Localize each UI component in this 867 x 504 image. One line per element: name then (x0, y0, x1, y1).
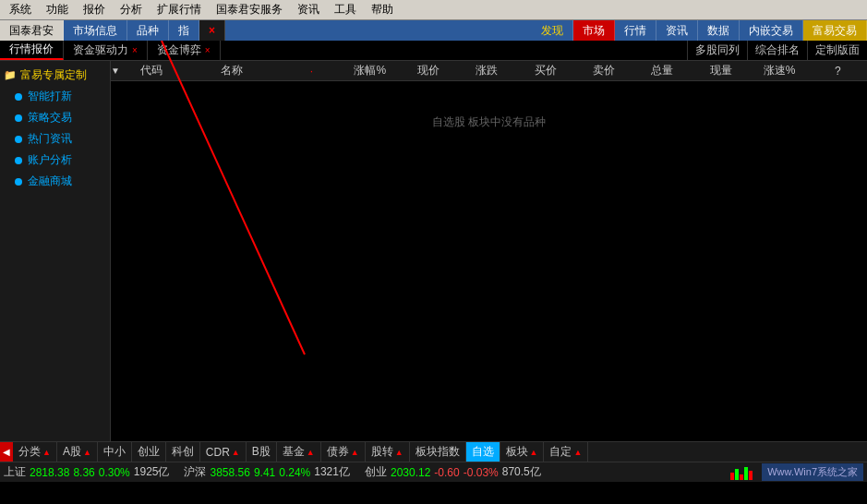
btab-a-share[interactable]: A股 ▲ (57, 442, 98, 462)
status-cy-vol: 870.5亿 (502, 464, 541, 480)
nav-market[interactable]: 市场 (573, 20, 615, 41)
btab-mid-small[interactable]: 中小 (98, 442, 132, 462)
nav-fuyi-trade[interactable]: 富易交易 (803, 20, 867, 41)
tab-close-game[interactable]: × (205, 45, 211, 55)
btab-arrow-7: ▲ (307, 448, 315, 457)
status-cy-label: 创业 (365, 464, 387, 480)
btab-b-share[interactable]: B股 (247, 442, 277, 462)
menu-item-extend[interactable]: 扩展行情 (150, 0, 209, 19)
menu-item-tools[interactable]: 工具 (327, 0, 364, 19)
nav-guotai[interactable]: 国泰君安 (0, 20, 64, 41)
status-sh-changepct: 0.30% (99, 466, 130, 479)
nav-discover[interactable]: 发现 (532, 20, 573, 41)
sidebar-item-label-0: 智能打新 (28, 89, 72, 104)
th-total-vol: 总量 (633, 63, 692, 78)
nav-data[interactable]: 数据 (698, 20, 740, 41)
status-sh-vol: 1925亿 (134, 464, 170, 480)
btab-category[interactable]: 分类 ▲ (13, 442, 57, 462)
btab-arrow-1: ▲ (83, 448, 91, 457)
status-hs-value: 3858.56 (210, 466, 249, 479)
sidebar-item-label-2: 热门资讯 (28, 131, 72, 147)
btab-block[interactable]: 板块 ▲ (500, 442, 545, 462)
inner-tab-row: 行情报价 资金驱动力 × 资金博弈 × 多股同列 综合排名 定制版面 (0, 41, 867, 61)
scroll-left-arrow[interactable]: ◀ (0, 442, 13, 462)
dot-icon (15, 136, 22, 143)
btab-fund[interactable]: 基金 ▲ (277, 442, 321, 462)
empty-state: 自选股 板块中没有品种 (111, 81, 867, 441)
menu-item-system[interactable]: 系统 (2, 0, 39, 19)
menu-item-service[interactable]: 国泰君安服务 (209, 0, 290, 19)
btab-arrow-13: ▲ (573, 448, 582, 457)
btab-self-select[interactable]: 自选 (466, 442, 500, 462)
top-nav-right: 发现 市场 行情 资讯 数据 内嵌交易 富易交易 (532, 20, 867, 41)
nav-market-info[interactable]: 市场信息 (64, 20, 127, 41)
status-sh-value: 2818.38 (30, 466, 69, 479)
nav-indicator[interactable]: 指 (169, 20, 199, 41)
empty-message: 自选股 板块中没有品种 (432, 114, 546, 130)
sidebar-header-fuyi[interactable]: 📁 富易专属定制 (0, 65, 110, 86)
sidebar-item-smart-new[interactable]: 智能打新 (0, 86, 110, 107)
th-price: 现价 (399, 63, 457, 78)
btab-arrow-12: ▲ (530, 448, 538, 457)
sidebar-item-label-1: 策略交易 (28, 110, 72, 126)
sidebar-item-strategy[interactable]: 策略交易 (0, 107, 110, 128)
nav-close-x[interactable]: × (199, 20, 225, 41)
status-chuangye: 创业 2030.12 -0.60 -0.03% 870.5亿 (365, 464, 541, 480)
btab-custom[interactable]: 自定 ▲ (544, 442, 588, 462)
nav-zx[interactable]: 资讯 (656, 20, 698, 41)
action-multi-stock[interactable]: 多股同列 (687, 41, 747, 60)
action-custom-layout[interactable]: 定制版面 (807, 41, 867, 60)
status-shanghai: 上证 2818.38 8.36 0.30% 1925亿 (4, 464, 169, 480)
menu-item-help[interactable]: 帮助 (364, 0, 401, 19)
status-sh-label: 上证 (4, 464, 26, 480)
dot-icon (15, 157, 22, 164)
th-change-pct: 涨幅% (341, 63, 399, 78)
top-nav-bar: 国泰君安 市场信息 品种 指 × 发现 市场 行情 资讯 数据 内嵌交易 富易交… (0, 20, 867, 41)
sidebar-item-account[interactable]: 账户分析 (0, 150, 110, 171)
sidebar-item-hot-news[interactable]: 热门资讯 (0, 128, 110, 150)
folder-icon: 📁 (4, 69, 17, 81)
watermark-text: Www.Win7系统之家 (762, 463, 863, 481)
menu-item-info[interactable]: 资讯 (290, 0, 327, 19)
nav-embedded-trade[interactable]: 内嵌交易 (740, 20, 803, 41)
dot-icon (15, 93, 22, 101)
menu-item-analysis[interactable]: 分析 (113, 0, 150, 19)
bottom-tab-bar: ◀ 分类 ▲ A股 ▲ 中小 创业 科创 CDR ▲ B股 基金 ▲ 债券 (0, 441, 867, 462)
btab-stock-transfer[interactable]: 股转 ▲ (366, 442, 410, 462)
btab-bond[interactable]: 债券 ▲ (321, 442, 366, 462)
sort-arrow: ▼ (111, 66, 120, 76)
btab-block-index[interactable]: 板块指数 (410, 442, 466, 462)
sidebar-item-label-3: 账户分析 (28, 152, 72, 168)
nav-variety[interactable]: 品种 (127, 20, 169, 41)
status-hs-vol: 1321亿 (314, 464, 350, 480)
sidebar-item-finance[interactable]: 金融商城 (0, 171, 110, 192)
th-change-speed: 涨速% (750, 63, 808, 78)
svg-rect-2 (735, 469, 739, 480)
menu-item-function[interactable]: 功能 (39, 0, 76, 19)
btab-chuangye[interactable]: 创业 (132, 442, 166, 462)
nav-hq[interactable]: 行情 (615, 20, 656, 41)
th-change: 涨跌 (458, 63, 516, 78)
tab-capital-game[interactable]: 资金博弈 × (148, 41, 221, 60)
tab-close-capital[interactable]: × (132, 45, 138, 55)
menu-item-quote[interactable]: 报价 (76, 0, 113, 19)
right-action-bar: 多股同列 综合排名 定制版面 (687, 41, 867, 60)
th-dot: · (283, 65, 341, 78)
mini-chart-icon (730, 465, 758, 480)
app-window: 系统 功能 报价 分析 扩展行情 国泰君安服务 资讯 工具 帮助 国泰君安 市场… (0, 0, 867, 504)
svg-rect-1 (730, 473, 734, 480)
sidebar: 📁 富易专属定制 智能打新 策略交易 热门资讯 账户分析 (0, 61, 111, 441)
btab-kechuang[interactable]: 科创 (166, 442, 200, 462)
top-nav-left: 国泰君安 市场信息 品种 指 × (0, 20, 225, 41)
status-hushen: 沪深 3858.56 9.41 0.24% 1321亿 (184, 464, 349, 480)
tab-capital-drive[interactable]: 资金驱动力 × (64, 41, 148, 60)
th-code: 代码 (122, 63, 180, 78)
tab-hq-quote[interactable]: 行情报价 (0, 41, 64, 60)
btab-cdr[interactable]: CDR ▲ (200, 442, 247, 462)
status-cy-change: -0.60 (434, 466, 459, 479)
status-sh-change: 8.36 (73, 466, 94, 479)
action-rank[interactable]: 综合排名 (747, 41, 807, 60)
sidebar-item-label-4: 金融商城 (28, 174, 72, 189)
status-cy-changepct: -0.03% (464, 466, 499, 479)
th-sell: 卖价 (574, 63, 632, 78)
